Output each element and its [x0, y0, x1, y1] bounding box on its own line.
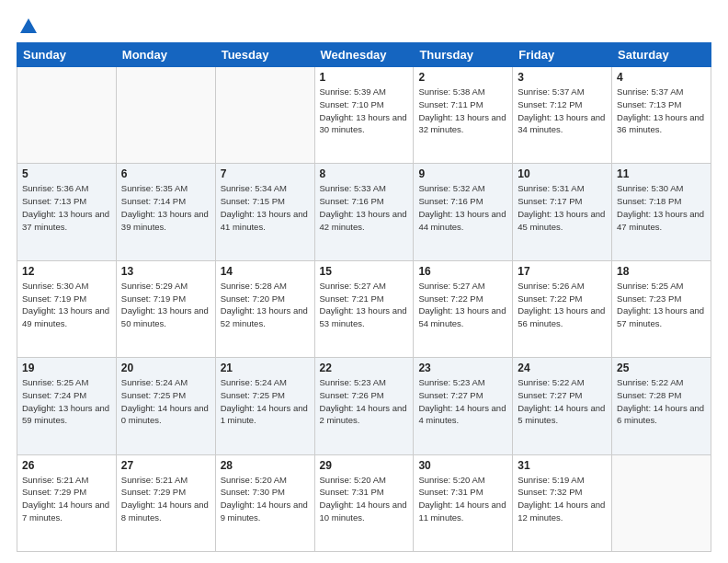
calendar-cell: 4Sunrise: 5:37 AM Sunset: 7:13 PM Daylig…: [612, 67, 711, 164]
calendar-cell: 8Sunrise: 5:33 AM Sunset: 7:16 PM Daylig…: [314, 164, 414, 260]
calendar-cell: 18Sunrise: 5:25 AM Sunset: 7:23 PM Dayli…: [612, 260, 711, 357]
day-info: Sunrise: 5:22 AM Sunset: 7:28 PM Dayligh…: [617, 376, 706, 427]
day-info: Sunrise: 5:21 AM Sunset: 7:29 PM Dayligh…: [22, 474, 111, 524]
calendar-cell: 5Sunrise: 5:36 AM Sunset: 7:13 PM Daylig…: [17, 164, 117, 260]
calendar-cell: 24Sunrise: 5:22 AM Sunset: 7:27 PM Dayli…: [513, 358, 612, 454]
day-number: 22: [320, 362, 409, 374]
calendar-cell: 21Sunrise: 5:24 AM Sunset: 7:25 PM Dayli…: [215, 358, 314, 454]
day-info: Sunrise: 5:24 AM Sunset: 7:25 PM Dayligh…: [121, 376, 210, 427]
day-info: Sunrise: 5:33 AM Sunset: 7:16 PM Dayligh…: [320, 182, 409, 233]
day-number: 6: [121, 167, 210, 180]
calendar-cell: 3Sunrise: 5:37 AM Sunset: 7:12 PM Daylig…: [513, 67, 612, 164]
day-number: 28: [221, 459, 310, 472]
day-info: Sunrise: 5:23 AM Sunset: 7:26 PM Dayligh…: [320, 376, 409, 427]
day-number: 3: [518, 71, 607, 84]
calendar-header-saturday: Saturday: [612, 43, 711, 67]
day-info: Sunrise: 5:19 AM Sunset: 7:32 PM Dayligh…: [518, 474, 607, 524]
svg-marker-0: [20, 18, 37, 33]
calendar-cell: 15Sunrise: 5:27 AM Sunset: 7:21 PM Dayli…: [314, 260, 414, 357]
day-info: Sunrise: 5:26 AM Sunset: 7:22 PM Dayligh…: [518, 280, 607, 330]
day-number: 17: [518, 265, 607, 278]
calendar-cell: 2Sunrise: 5:38 AM Sunset: 7:11 PM Daylig…: [414, 67, 513, 164]
page: SundayMondayTuesdayWednesdayThursdayFrid…: [0, 0, 728, 563]
day-info: Sunrise: 5:35 AM Sunset: 7:14 PM Dayligh…: [121, 182, 210, 233]
day-info: Sunrise: 5:22 AM Sunset: 7:27 PM Dayligh…: [518, 376, 607, 427]
calendar-cell: 23Sunrise: 5:23 AM Sunset: 7:27 PM Dayli…: [414, 358, 513, 454]
day-info: Sunrise: 5:30 AM Sunset: 7:18 PM Dayligh…: [617, 182, 706, 233]
calendar-header-friday: Friday: [513, 43, 612, 67]
day-number: 1: [320, 71, 409, 84]
calendar-cell: 20Sunrise: 5:24 AM Sunset: 7:25 PM Dayli…: [116, 358, 215, 454]
day-number: 24: [518, 362, 607, 374]
calendar-header-wednesday: Wednesday: [314, 43, 414, 67]
calendar-week-1: 1Sunrise: 5:39 AM Sunset: 7:10 PM Daylig…: [17, 67, 711, 164]
calendar-header-sunday: Sunday: [17, 43, 117, 67]
calendar-cell: 29Sunrise: 5:20 AM Sunset: 7:31 PM Dayli…: [314, 454, 414, 551]
day-info: Sunrise: 5:36 AM Sunset: 7:13 PM Dayligh…: [22, 182, 111, 233]
day-number: 19: [22, 362, 111, 374]
day-info: Sunrise: 5:25 AM Sunset: 7:24 PM Dayligh…: [22, 376, 111, 427]
header: [17, 17, 711, 35]
calendar-cell: 31Sunrise: 5:19 AM Sunset: 7:32 PM Dayli…: [513, 454, 612, 551]
calendar-cell: 27Sunrise: 5:21 AM Sunset: 7:29 PM Dayli…: [116, 454, 215, 551]
calendar-cell: 7Sunrise: 5:34 AM Sunset: 7:15 PM Daylig…: [215, 164, 314, 260]
logo-icon: [18, 17, 39, 37]
calendar-cell: 12Sunrise: 5:30 AM Sunset: 7:19 PM Dayli…: [17, 260, 117, 357]
day-number: 10: [518, 167, 607, 180]
calendar-cell: 10Sunrise: 5:31 AM Sunset: 7:17 PM Dayli…: [513, 164, 612, 260]
day-info: Sunrise: 5:20 AM Sunset: 7:31 PM Dayligh…: [320, 474, 409, 524]
day-number: 26: [22, 459, 111, 472]
day-info: Sunrise: 5:32 AM Sunset: 7:16 PM Dayligh…: [418, 182, 507, 233]
day-number: 12: [22, 265, 111, 278]
calendar-cell: 11Sunrise: 5:30 AM Sunset: 7:18 PM Dayli…: [612, 164, 711, 260]
day-number: 9: [418, 167, 507, 180]
logo: [17, 17, 39, 35]
day-info: Sunrise: 5:27 AM Sunset: 7:21 PM Dayligh…: [320, 280, 409, 330]
calendar-cell: 25Sunrise: 5:22 AM Sunset: 7:28 PM Dayli…: [612, 358, 711, 454]
day-number: 23: [418, 362, 507, 374]
day-number: 14: [221, 265, 310, 278]
day-number: 18: [617, 265, 706, 278]
day-number: 8: [320, 167, 409, 180]
calendar-cell: 22Sunrise: 5:23 AM Sunset: 7:26 PM Dayli…: [314, 358, 414, 454]
calendar-week-5: 26Sunrise: 5:21 AM Sunset: 7:29 PM Dayli…: [17, 454, 711, 551]
day-number: 25: [617, 362, 706, 374]
day-info: Sunrise: 5:21 AM Sunset: 7:29 PM Dayligh…: [121, 474, 210, 524]
day-info: Sunrise: 5:29 AM Sunset: 7:19 PM Dayligh…: [121, 280, 210, 330]
day-number: 21: [221, 362, 310, 374]
calendar-cell: 30Sunrise: 5:20 AM Sunset: 7:31 PM Dayli…: [414, 454, 513, 551]
calendar-cell: 9Sunrise: 5:32 AM Sunset: 7:16 PM Daylig…: [414, 164, 513, 260]
calendar-cell: [17, 67, 117, 164]
calendar-table: SundayMondayTuesdayWednesdayThursdayFrid…: [17, 42, 711, 552]
calendar-cell: 1Sunrise: 5:39 AM Sunset: 7:10 PM Daylig…: [314, 67, 414, 164]
day-number: 16: [418, 265, 507, 278]
calendar-cell: 6Sunrise: 5:35 AM Sunset: 7:14 PM Daylig…: [116, 164, 215, 260]
day-number: 20: [121, 362, 210, 374]
day-number: 13: [121, 265, 210, 278]
day-info: Sunrise: 5:39 AM Sunset: 7:10 PM Dayligh…: [320, 86, 409, 136]
calendar-header-thursday: Thursday: [414, 43, 513, 67]
calendar-cell: 14Sunrise: 5:28 AM Sunset: 7:20 PM Dayli…: [215, 260, 314, 357]
day-info: Sunrise: 5:25 AM Sunset: 7:23 PM Dayligh…: [617, 280, 706, 330]
calendar-week-3: 12Sunrise: 5:30 AM Sunset: 7:19 PM Dayli…: [17, 260, 711, 357]
day-info: Sunrise: 5:23 AM Sunset: 7:27 PM Dayligh…: [418, 376, 507, 427]
day-number: 15: [320, 265, 409, 278]
calendar-cell: 16Sunrise: 5:27 AM Sunset: 7:22 PM Dayli…: [414, 260, 513, 357]
day-number: 30: [418, 459, 507, 472]
day-info: Sunrise: 5:27 AM Sunset: 7:22 PM Dayligh…: [418, 280, 507, 330]
calendar-cell: 26Sunrise: 5:21 AM Sunset: 7:29 PM Dayli…: [17, 454, 117, 551]
day-info: Sunrise: 5:34 AM Sunset: 7:15 PM Dayligh…: [221, 182, 310, 233]
day-number: 7: [221, 167, 310, 180]
calendar-week-4: 19Sunrise: 5:25 AM Sunset: 7:24 PM Dayli…: [17, 358, 711, 454]
calendar-cell: 19Sunrise: 5:25 AM Sunset: 7:24 PM Dayli…: [17, 358, 117, 454]
day-info: Sunrise: 5:20 AM Sunset: 7:30 PM Dayligh…: [221, 474, 310, 524]
day-info: Sunrise: 5:37 AM Sunset: 7:13 PM Dayligh…: [617, 86, 706, 136]
day-number: 4: [617, 71, 706, 84]
day-number: 29: [320, 459, 409, 472]
day-number: 31: [518, 459, 607, 472]
day-number: 5: [22, 167, 111, 180]
day-info: Sunrise: 5:20 AM Sunset: 7:31 PM Dayligh…: [418, 474, 507, 524]
day-number: 27: [121, 459, 210, 472]
calendar-cell: [116, 67, 215, 164]
calendar-cell: 28Sunrise: 5:20 AM Sunset: 7:30 PM Dayli…: [215, 454, 314, 551]
